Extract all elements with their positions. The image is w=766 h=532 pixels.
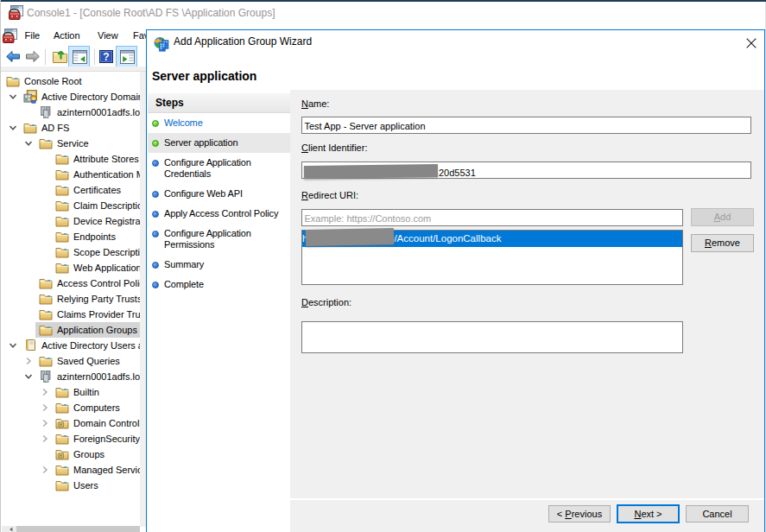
svg-text:?: ? bbox=[103, 51, 109, 63]
